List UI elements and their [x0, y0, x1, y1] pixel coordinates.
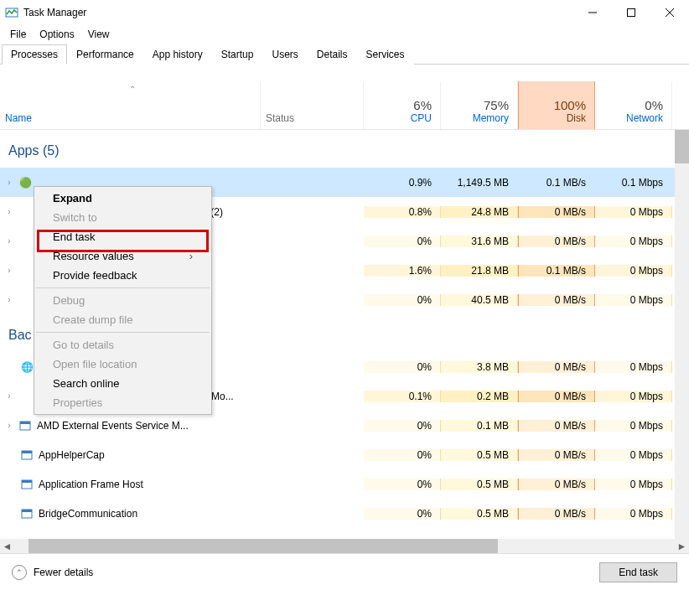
sort-arrow-icon: ⌃ [129, 85, 136, 94]
col-disk[interactable]: 100%Disk [518, 81, 595, 129]
table-row[interactable]: Application Frame Host 0% 0.5 MB 0 MB/s … [0, 469, 689, 499]
app-icon: 🌐 [20, 360, 34, 374]
exe-icon [20, 507, 34, 520]
menu-view[interactable]: View [81, 27, 117, 42]
ctx-switch-to: Switch to [34, 208, 211, 227]
row-name: Application Frame Host [39, 479, 143, 490]
chevron-right-icon: › [5, 207, 13, 216]
ctx-debug: Debug [34, 291, 211, 310]
fewer-details-label: Fewer details [34, 567, 93, 578]
ctx-create-dump: Create dump file [34, 310, 211, 329]
ctx-properties: Properties [34, 393, 211, 412]
fewer-details-button[interactable]: ⌃ Fewer details [12, 565, 93, 580]
horizontal-scrollbar[interactable]: ◄ ► [0, 539, 689, 553]
group-apps[interactable]: Apps (5) [0, 130, 689, 168]
col-network[interactable]: 0%Network [595, 81, 672, 129]
chevron-up-icon: ⌃ [12, 565, 27, 580]
table-row[interactable]: ›AMD External Events Service M... 0% 0.1… [0, 411, 689, 440]
context-menu: Expand Switch to End task Resource value… [34, 186, 212, 415]
tab-app-history[interactable]: App history [143, 44, 212, 65]
menubar: File Options View [0, 25, 689, 44]
row-name: AMD External Events Service M... [37, 420, 189, 432]
menu-file[interactable]: File [3, 27, 33, 42]
tab-processes[interactable]: Processes [2, 44, 67, 65]
minimize-button[interactable] [573, 0, 612, 25]
ctx-search-online[interactable]: Search online [34, 374, 211, 393]
row-name: BridgeCommunication [39, 508, 137, 520]
column-header: ⌃ Name Status 6%CPU 75%Memory 100%Disk 0… [0, 81, 689, 130]
window-title: Task Manager [23, 7, 86, 18]
app-icon: 🟢 [18, 176, 32, 189]
svg-rect-6 [20, 422, 30, 424]
row-net: 0.1 Mbps [595, 177, 672, 189]
tab-services[interactable]: Services [357, 44, 414, 65]
chevron-right-icon: › [5, 421, 13, 430]
maximize-button[interactable] [612, 0, 650, 25]
ctx-expand[interactable]: Expand [34, 189, 211, 208]
exe-icon [20, 448, 34, 462]
table-row[interactable]: AppHelperCap 0% 0.5 MB 0 MB/s 0 Mbps [0, 440, 689, 469]
table-row[interactable]: BridgeCommunication 0% 0.5 MB 0 MB/s 0 M… [0, 499, 689, 528]
tab-users[interactable]: Users [262, 44, 307, 65]
col-cpu[interactable]: 6%CPU [364, 81, 441, 129]
task-manager-icon [5, 6, 18, 19]
close-button[interactable] [650, 0, 689, 25]
svg-rect-10 [22, 480, 32, 483]
ctx-end-task[interactable]: End task [34, 227, 211, 246]
tab-startup[interactable]: Startup [212, 44, 263, 65]
tab-performance[interactable]: Performance [67, 44, 143, 65]
svg-rect-2 [628, 9, 635, 17]
exe-icon [18, 419, 32, 432]
scroll-right-icon[interactable]: ► [675, 539, 689, 553]
end-task-button[interactable]: End task [599, 562, 677, 582]
vertical-scrollbar[interactable] [675, 130, 689, 539]
svg-rect-12 [22, 510, 32, 512]
exe-icon [20, 478, 34, 491]
menu-options[interactable]: Options [33, 27, 80, 42]
titlebar: Task Manager [0, 0, 689, 25]
row-disk: 0.1 MB/s [518, 177, 595, 189]
row-cpu: 0.9% [364, 177, 441, 189]
tabstrip: Processes Performance App history Startu… [0, 44, 689, 65]
col-memory[interactable]: 75%Memory [441, 81, 518, 129]
footer: ⌃ Fewer details End task [0, 553, 689, 591]
row-mem: 1,149.5 MB [441, 177, 518, 189]
ctx-open-location: Open file location [34, 355, 211, 374]
tab-details[interactable]: Details [308, 44, 357, 65]
scroll-left-icon[interactable]: ◄ [0, 539, 14, 553]
ctx-provide-feedback[interactable]: Provide feedback [34, 266, 211, 285]
row-name: Mo... [211, 391, 234, 402]
chevron-right-icon: › [5, 178, 13, 187]
row-name: AppHelperCap [39, 449, 105, 461]
svg-rect-8 [22, 451, 32, 453]
ctx-resource-values[interactable]: Resource values [34, 246, 211, 266]
ctx-go-to-details: Go to details [34, 335, 211, 355]
col-status[interactable]: Status [261, 81, 364, 129]
